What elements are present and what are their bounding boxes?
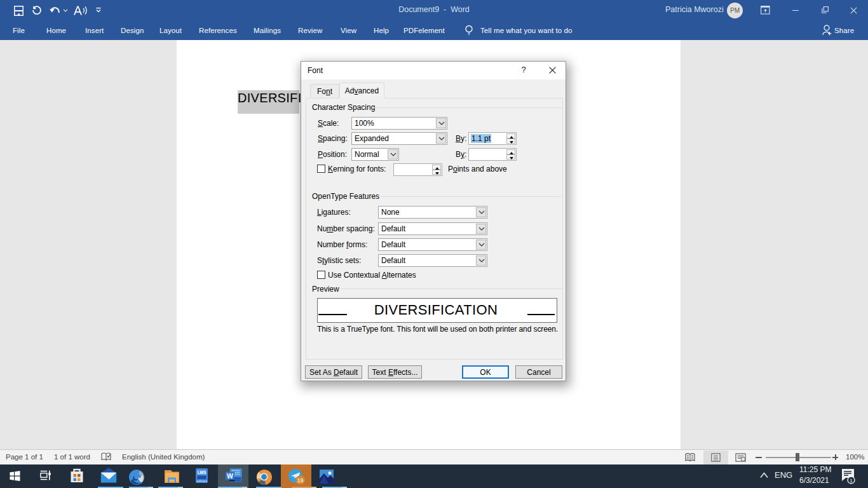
svg-text:1: 1	[850, 478, 853, 484]
svg-text:software: software	[196, 480, 208, 483]
svg-text:19: 19	[297, 477, 303, 484]
svg-text:W: W	[227, 472, 233, 480]
svg-text:LMS: LMS	[198, 470, 207, 475]
